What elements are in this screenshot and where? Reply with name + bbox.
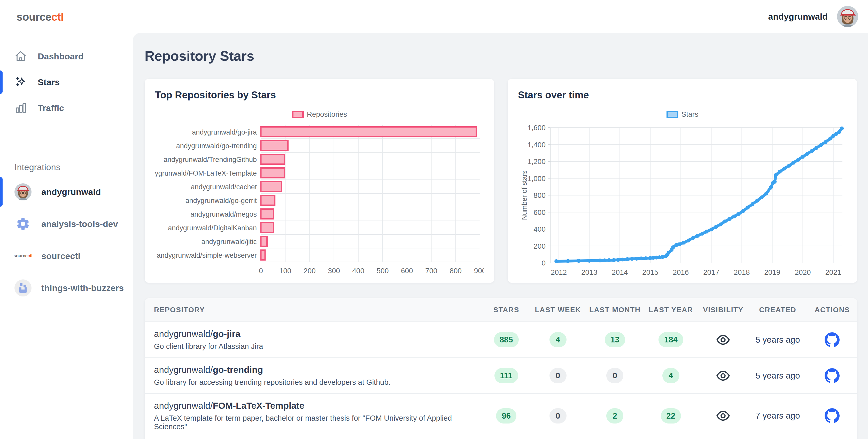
line-chart-title: Stars over time [518, 90, 847, 101]
col-repository[interactable]: REPOSITORY [145, 298, 483, 322]
sidebar-item-label: Traffic [38, 103, 64, 113]
sourcectl-logo-icon: sourcectl [14, 247, 32, 264]
current-username: andygrunwald [768, 11, 828, 22]
svg-text:andygrunwald/TrendingGithub: andygrunwald/TrendingGithub [163, 156, 257, 163]
bar-chart-title: Top Repositories by Stars [155, 90, 484, 101]
svg-text:0: 0 [259, 267, 263, 275]
integration-item-andygrunwald[interactable]: andygrunwald [0, 176, 133, 208]
stars-cell: 96 [483, 438, 529, 439]
repo-name[interactable]: andygrunwald/FOM-LaTeX-Template [154, 401, 483, 411]
integration-label: andygrunwald [41, 187, 101, 197]
col-actions[interactable]: ACTIONS [807, 298, 857, 322]
svg-text:200: 200 [304, 267, 316, 275]
svg-text:Number of stars: Number of stars [521, 170, 528, 220]
svg-text:100: 100 [279, 267, 291, 275]
app-logo[interactable]: sourcectl [0, 0, 133, 23]
last-year-cell: 9 [644, 438, 698, 439]
legend-label: Repositories [307, 110, 347, 119]
legend-swatch [292, 111, 304, 118]
integration-item-sourcectl[interactable]: sourcectl sourcectl [0, 240, 133, 272]
svg-text:700: 700 [425, 267, 437, 275]
eye-icon[interactable] [716, 373, 730, 378]
created-cell: 5 years ago [748, 358, 807, 394]
svg-text:200: 200 [533, 242, 546, 250]
col-last-month[interactable]: LAST MONTH [586, 298, 644, 322]
eye-icon[interactable] [716, 413, 730, 417]
main-content: Repository Stars Top Repositories by Sta… [133, 33, 868, 439]
svg-text:1,400: 1,400 [528, 141, 546, 149]
last-year-cell: 184 [644, 322, 698, 358]
bar-chart-legend[interactable]: Repositories [155, 110, 484, 119]
last-month-cell: 2 [586, 394, 644, 438]
legend-swatch [666, 111, 678, 118]
last-week-cell: 0 [529, 438, 586, 439]
repo-name[interactable]: andygrunwald/go-trending [154, 365, 483, 375]
gear-icon [14, 215, 32, 232]
actions-cell [807, 394, 857, 438]
svg-text:300: 300 [328, 267, 340, 275]
repo-cell: andygrunwald/FOM-LaTeX-Template A LaTeX … [145, 394, 483, 438]
active-indicator [0, 177, 3, 207]
last-month-badge: 13 [605, 332, 625, 347]
logo-text-primary: source [17, 11, 52, 23]
integration-item-things-with-buzzers[interactable]: things-with-buzzers [0, 272, 133, 304]
last-week-cell: 0 [529, 358, 586, 394]
github-icon[interactable] [825, 413, 840, 417]
last-month-cell: 0 [586, 438, 644, 439]
stars-badge: 96 [496, 408, 516, 424]
bar-chart: 0100200300400500600700800900andygrunwald… [155, 124, 484, 278]
col-visibility[interactable]: VISIBILITY [698, 298, 748, 322]
svg-text:400: 400 [533, 225, 546, 233]
home-icon [14, 50, 27, 62]
integrations-heading: Integrations [14, 162, 133, 172]
last-month-badge: 2 [606, 408, 623, 424]
sidebar-item-label: Stars [38, 77, 60, 87]
col-last-year[interactable]: LAST YEAR [644, 298, 698, 322]
repo-name[interactable]: andygrunwald/go-jira [154, 329, 483, 339]
col-created[interactable]: CREATED [748, 298, 807, 322]
repo-cell: andygrunwald/go-trending Go library for … [145, 358, 483, 394]
svg-text:andygrunwald/simple-webserver: andygrunwald/simple-webserver [157, 252, 257, 259]
last-week-cell: 4 [529, 322, 586, 358]
repo-description: Go library for accessing trending reposi… [154, 378, 483, 386]
svg-text:1,600: 1,600 [528, 124, 546, 132]
table-row: andygrunwald/FOM-LaTeX-Template A LaTeX … [145, 394, 857, 438]
last-year-badge: 22 [661, 408, 681, 424]
repo-description: Go client library for Atlassian Jira [154, 342, 483, 351]
svg-text:andygrunwald/cachet: andygrunwald/cachet [191, 183, 257, 191]
last-year-cell: 4 [644, 358, 698, 394]
stars-badge: 885 [494, 332, 519, 347]
eye-icon[interactable] [716, 337, 730, 342]
last-year-badge: 4 [662, 368, 679, 383]
sidebar-item-traffic[interactable]: Traffic [0, 95, 133, 121]
created-label: 7 years ago [755, 411, 800, 420]
sparkles-icon [14, 76, 27, 88]
col-stars[interactable]: STARS [483, 298, 529, 322]
created-cell: 5 years ago [748, 438, 807, 439]
last-week-badge: 0 [550, 368, 566, 383]
repo-description: A LaTeX template for term paper, bachelo… [154, 414, 483, 431]
last-month-cell: 13 [586, 322, 644, 358]
svg-text:2019: 2019 [764, 268, 780, 276]
line-chart-legend[interactable]: Stars [518, 110, 847, 119]
top-repositories-card: Top Repositories by Stars Repositories 0… [145, 79, 494, 283]
svg-text:800: 800 [533, 191, 546, 199]
integration-label: sourcectl [41, 251, 80, 261]
integration-item-analysis-tools-dev[interactable]: analysis-tools-dev [0, 208, 133, 240]
sidebar-item-stars[interactable]: Stars [0, 69, 133, 95]
svg-text:2016: 2016 [673, 268, 689, 276]
svg-text:600: 600 [401, 267, 413, 275]
github-icon[interactable] [825, 337, 840, 342]
github-icon[interactable] [825, 373, 840, 378]
repo-cell: andygrunwald/go-jira Go client library f… [145, 322, 483, 358]
page-title: Repository Stars [145, 48, 857, 64]
sidebar-item-dashboard[interactable]: Dashboard [0, 43, 133, 69]
svg-text:andygrunwald/FOM-LaTeX-Templat: andygrunwald/FOM-LaTeX-Template [155, 169, 257, 177]
user-avatar[interactable] [837, 6, 858, 27]
stars-cell: 96 [483, 394, 529, 438]
svg-text:andygrunwald/DigitalKanban: andygrunwald/DigitalKanban [168, 224, 257, 232]
svg-text:andygrunwald/go-trending: andygrunwald/go-trending [176, 142, 257, 150]
col-last-week[interactable]: LAST WEEK [529, 298, 586, 322]
last-week-badge: 4 [550, 332, 566, 347]
svg-text:andygrunwald/go-gerrit: andygrunwald/go-gerrit [185, 197, 257, 205]
